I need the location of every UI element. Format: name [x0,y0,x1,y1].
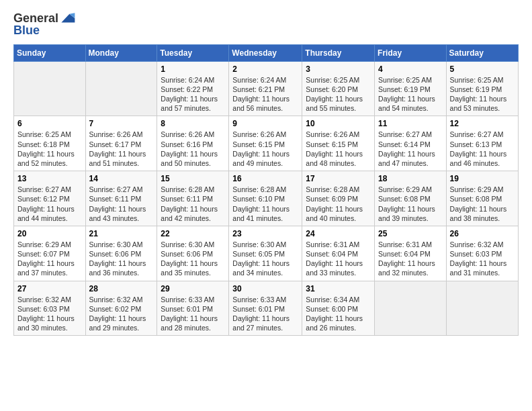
day-cell: 5Sunrise: 6:25 AM Sunset: 6:19 PM Daylig… [446,61,518,116]
day-number: 10 [306,119,371,128]
day-cell: 27Sunrise: 6:32 AM Sunset: 6:03 PM Dayli… [14,281,86,336]
day-info: Sunrise: 6:33 AM Sunset: 6:01 PM Dayligh… [161,295,225,333]
day-info: Sunrise: 6:24 AM Sunset: 6:21 PM Dayligh… [232,75,298,113]
day-cell: 11Sunrise: 6:27 AM Sunset: 6:14 PM Dayli… [375,116,447,171]
day-number: 22 [161,229,225,238]
day-cell: 4Sunrise: 6:25 AM Sunset: 6:19 PM Daylig… [375,61,447,116]
day-cell: 21Sunrise: 6:30 AM Sunset: 6:06 PM Dayli… [85,226,157,281]
weekday-thursday: Thursday [302,44,375,61]
day-number: 4 [378,64,443,74]
day-info: Sunrise: 6:27 AM Sunset: 6:14 PM Dayligh… [378,130,443,168]
day-info: Sunrise: 6:28 AM Sunset: 6:10 PM Dayligh… [232,185,298,223]
day-cell: 18Sunrise: 6:29 AM Sunset: 6:08 PM Dayli… [375,171,447,226]
day-number: 16 [232,174,298,183]
day-info: Sunrise: 6:28 AM Sunset: 6:11 PM Dayligh… [161,185,225,223]
day-cell: 22Sunrise: 6:30 AM Sunset: 6:06 PM Dayli… [157,226,229,281]
weekday-sunday: Sunday [14,44,86,61]
day-cell [85,61,157,116]
day-cell: 29Sunrise: 6:33 AM Sunset: 6:01 PM Dayli… [157,281,229,336]
day-number: 18 [378,174,443,183]
day-number: 15 [161,174,225,183]
week-row-0: 1Sunrise: 6:24 AM Sunset: 6:22 PM Daylig… [14,61,519,116]
day-cell: 20Sunrise: 6:29 AM Sunset: 6:07 PM Dayli… [14,226,86,281]
day-number: 1 [161,64,225,74]
day-cell: 2Sunrise: 6:24 AM Sunset: 6:21 PM Daylig… [229,61,302,116]
day-number: 5 [450,64,515,74]
day-info: Sunrise: 6:26 AM Sunset: 6:16 PM Dayligh… [161,130,225,168]
day-info: Sunrise: 6:29 AM Sunset: 6:08 PM Dayligh… [378,185,443,223]
weekday-tuesday: Tuesday [157,44,229,61]
day-cell: 6Sunrise: 6:25 AM Sunset: 6:18 PM Daylig… [14,116,86,171]
day-info: Sunrise: 6:27 AM Sunset: 6:13 PM Dayligh… [450,130,515,168]
day-info: Sunrise: 6:24 AM Sunset: 6:22 PM Dayligh… [161,75,225,113]
day-info: Sunrise: 6:32 AM Sunset: 6:02 PM Dayligh… [89,295,154,333]
day-number: 7 [89,119,154,128]
day-number: 6 [17,119,82,128]
day-info: Sunrise: 6:32 AM Sunset: 6:03 PM Dayligh… [17,295,82,333]
day-cell: 17Sunrise: 6:28 AM Sunset: 6:09 PM Dayli… [302,171,375,226]
day-info: Sunrise: 6:33 AM Sunset: 6:01 PM Dayligh… [232,295,298,333]
day-number: 19 [450,174,515,183]
day-number: 21 [89,229,154,238]
day-number: 29 [161,284,225,293]
week-row-4: 27Sunrise: 6:32 AM Sunset: 6:03 PM Dayli… [14,281,519,336]
day-number: 23 [232,229,298,238]
day-number: 9 [232,119,298,128]
weekday-friday: Friday [375,44,447,61]
day-number: 8 [161,119,225,128]
weekday-monday: Monday [85,44,157,61]
day-number: 2 [232,64,298,74]
day-number: 20 [17,229,82,238]
day-cell: 23Sunrise: 6:30 AM Sunset: 6:05 PM Dayli… [229,226,302,281]
day-cell: 19Sunrise: 6:29 AM Sunset: 6:08 PM Dayli… [446,171,518,226]
day-number: 3 [306,64,371,74]
day-cell: 26Sunrise: 6:32 AM Sunset: 6:03 PM Dayli… [446,226,518,281]
day-number: 14 [89,174,154,183]
day-cell [375,281,447,336]
day-info: Sunrise: 6:26 AM Sunset: 6:17 PM Dayligh… [89,130,154,168]
day-info: Sunrise: 6:31 AM Sunset: 6:04 PM Dayligh… [378,240,443,278]
day-number: 27 [17,284,82,293]
day-number: 31 [306,284,371,293]
day-cell [14,61,86,116]
day-cell: 13Sunrise: 6:27 AM Sunset: 6:12 PM Dayli… [14,171,86,226]
day-info: Sunrise: 6:25 AM Sunset: 6:18 PM Dayligh… [17,130,82,168]
day-info: Sunrise: 6:29 AM Sunset: 6:07 PM Dayligh… [17,240,82,278]
weekday-wednesday: Wednesday [229,44,302,61]
day-info: Sunrise: 6:30 AM Sunset: 6:06 PM Dayligh… [89,240,154,278]
calendar-table: SundayMondayTuesdayWednesdayThursdayFrid… [13,44,519,336]
weekday-saturday: Saturday [446,44,518,61]
day-cell: 24Sunrise: 6:31 AM Sunset: 6:04 PM Dayli… [302,226,375,281]
day-cell: 10Sunrise: 6:26 AM Sunset: 6:15 PM Dayli… [302,116,375,171]
day-number: 17 [306,174,371,183]
day-cell: 1Sunrise: 6:24 AM Sunset: 6:22 PM Daylig… [157,61,229,116]
week-row-1: 6Sunrise: 6:25 AM Sunset: 6:18 PM Daylig… [14,116,519,171]
day-cell: 12Sunrise: 6:27 AM Sunset: 6:13 PM Dayli… [446,116,518,171]
day-number: 28 [89,284,154,293]
header: General Blue [13,11,519,38]
day-info: Sunrise: 6:25 AM Sunset: 6:19 PM Dayligh… [450,75,515,113]
day-info: Sunrise: 6:27 AM Sunset: 6:12 PM Dayligh… [17,185,82,223]
day-info: Sunrise: 6:34 AM Sunset: 6:00 PM Dayligh… [306,295,371,333]
day-cell: 7Sunrise: 6:26 AM Sunset: 6:17 PM Daylig… [85,116,157,171]
logo: General Blue [13,11,76,38]
page: General Blue SundayMondayTuesdayWednesda… [0,0,532,411]
day-number: 12 [450,119,515,128]
day-info: Sunrise: 6:25 AM Sunset: 6:19 PM Dayligh… [378,75,443,113]
day-number: 11 [378,119,443,128]
day-info: Sunrise: 6:30 AM Sunset: 6:05 PM Dayligh… [232,240,298,278]
day-number: 13 [17,174,82,183]
week-row-2: 13Sunrise: 6:27 AM Sunset: 6:12 PM Dayli… [14,171,519,226]
weekday-header-row: SundayMondayTuesdayWednesdayThursdayFrid… [14,44,519,61]
day-info: Sunrise: 6:29 AM Sunset: 6:08 PM Dayligh… [450,185,515,223]
day-cell: 28Sunrise: 6:32 AM Sunset: 6:02 PM Dayli… [85,281,157,336]
day-cell [446,281,518,336]
day-number: 30 [232,284,298,293]
week-row-3: 20Sunrise: 6:29 AM Sunset: 6:07 PM Dayli… [14,226,519,281]
day-info: Sunrise: 6:26 AM Sunset: 6:15 PM Dayligh… [306,130,371,168]
day-cell: 14Sunrise: 6:27 AM Sunset: 6:11 PM Dayli… [85,171,157,226]
day-cell: 9Sunrise: 6:26 AM Sunset: 6:15 PM Daylig… [229,116,302,171]
day-info: Sunrise: 6:26 AM Sunset: 6:15 PM Dayligh… [232,130,298,168]
day-info: Sunrise: 6:27 AM Sunset: 6:11 PM Dayligh… [89,185,154,223]
day-number: 26 [450,229,515,238]
